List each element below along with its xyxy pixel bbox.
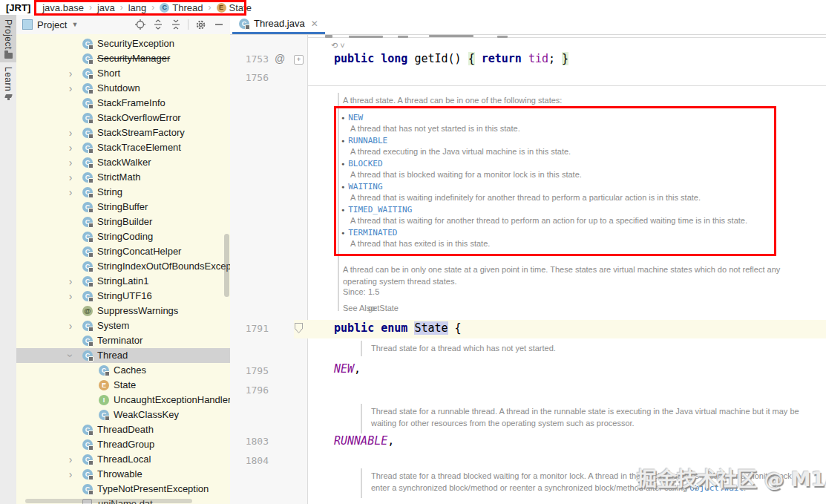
tab-label: Thread.java <box>254 18 305 29</box>
tree-item-SecurityManager[interactable]: CSecurityManager <box>16 51 230 66</box>
chevron-right-icon[interactable]: › <box>65 81 76 96</box>
class-icon: C <box>82 98 93 108</box>
tree-item-StringCoding[interactable]: CStringCoding <box>16 229 230 244</box>
tree-item-StringIndexOutOfBoundsExcep[interactable]: CStringIndexOutOfBoundsExcep <box>16 259 230 274</box>
tree-item-ThreadGroup[interactable]: CThreadGroup <box>16 437 230 452</box>
tree-item-StackFrameInfo[interactable]: CStackFrameInfo <box>16 96 230 111</box>
tree-item-ThreadDeath[interactable]: CThreadDeath <box>16 422 230 437</box>
tree-item-label: StringUTF16 <box>97 289 152 304</box>
javadoc-left-border <box>361 468 362 498</box>
tab-thread-java[interactable]: C Thread.java ✕ <box>232 15 325 34</box>
tree-item-StringBuilder[interactable]: CStringBuilder <box>16 215 230 229</box>
tree-item-Short[interactable]: ›CShort <box>16 66 230 81</box>
expand-all-icon[interactable] <box>152 19 163 30</box>
code-token: RUNNABLE <box>334 434 387 448</box>
breadcrumb-item-Thread[interactable]: CThread <box>160 2 203 13</box>
tree-item-SecurityException[interactable]: CSecurityException <box>16 36 230 51</box>
javadoc-intro: A thread state. A thread can be in one o… <box>343 95 562 107</box>
tree-item-label: Thread <box>97 348 128 363</box>
tree-item-StackTraceElement[interactable]: ›CStackTraceElement <box>16 140 230 155</box>
tree-item-label: StringLatin1 <box>97 274 148 289</box>
line-number: 1756 <box>230 72 269 83</box>
annotation-gutter-icon[interactable]: @ <box>275 53 285 65</box>
chevron-down-icon[interactable]: ▼ <box>71 21 78 28</box>
doc-state-item-NEW: ●NEWA thread that has not yet started is… <box>341 112 747 135</box>
class-icon: C <box>82 469 93 480</box>
doc-link-TIMED_WAITING[interactable]: TIMED_WAITING <box>348 204 412 216</box>
tree-item-Terminator[interactable]: CTerminator <box>16 333 230 348</box>
breadcrumb-item-java[interactable]: java <box>97 2 115 13</box>
hide-icon[interactable] <box>213 19 224 30</box>
code-token: public <box>334 321 381 335</box>
chevron-right-icon[interactable]: › <box>65 467 76 482</box>
tree-item-Shutdown[interactable]: ›CShutdown <box>16 81 230 96</box>
chevron-right-icon[interactable]: › <box>65 66 76 81</box>
tree-item-StackOverflowError[interactable]: CStackOverflowError <box>16 111 230 125</box>
fold-expand-icon[interactable]: + <box>294 55 304 65</box>
class-icon: C <box>82 321 93 331</box>
tree-vertical-scrollbar[interactable] <box>224 234 229 297</box>
breadcrumb-item-State[interactable]: EState <box>217 2 252 13</box>
tree-item-WeakClassKey[interactable]: CWeakClassKey <box>16 408 230 422</box>
doc-link-NEW[interactable]: NEW <box>348 112 363 124</box>
collapse-all-icon[interactable] <box>170 19 181 30</box>
breadcrumb-items: java.base›java›lang›CThread›EState <box>36 1 258 14</box>
tree-item-State[interactable]: EState <box>16 378 230 393</box>
doc-state-desc: A thread that has exited is in this stat… <box>350 238 747 250</box>
javadoc-left-border <box>361 341 362 356</box>
bullet-icon: ● <box>341 135 344 147</box>
chevron-right-icon[interactable]: › <box>65 318 76 333</box>
editor-tab-bar: C Thread.java ✕ <box>230 15 826 35</box>
chevron-right-icon[interactable]: › <box>65 155 76 170</box>
tree-item-StackStreamFactory[interactable]: ›CStackStreamFactory <box>16 125 230 140</box>
doc-link-BLOCKED[interactable]: BLOCKED <box>348 158 382 170</box>
chevron-right-icon[interactable]: › <box>65 140 76 155</box>
code-token: { <box>468 52 475 65</box>
doc-link-WAITING[interactable]: WAITING <box>348 181 382 193</box>
chevron-down-icon[interactable]: › <box>63 350 78 361</box>
chevron-right-icon[interactable]: › <box>65 289 76 304</box>
project-panel-title: Project <box>37 19 67 30</box>
tree-item-StringUTF16[interactable]: ›CStringUTF16 <box>16 289 230 304</box>
rendered-doc-toggle-icon[interactable]: ⟲ ˅ <box>331 41 345 50</box>
chevron-right-icon[interactable]: › <box>65 170 76 185</box>
tree-item-TypeNotPresentException[interactable]: CTypeNotPresentException <box>16 482 230 497</box>
tree-item-SuppressWarnings[interactable]: @SuppressWarnings <box>16 304 230 318</box>
tree-item-UncaughtExceptionHandler[interactable]: IUncaughtExceptionHandler <box>16 393 230 408</box>
doc-link-RUNNABLE[interactable]: RUNNABLE <box>348 135 387 147</box>
chevron-right-icon[interactable]: › <box>65 274 76 289</box>
close-icon[interactable]: ✕ <box>311 19 318 29</box>
code-token: enum <box>381 321 414 335</box>
breadcrumb-item-java.base[interactable]: java.base <box>42 2 84 13</box>
tree-item-Throwable[interactable]: ›CThrowable <box>16 467 230 482</box>
doc-link-TERMINATED[interactable]: TERMINATED <box>348 227 397 239</box>
class-icon: C <box>82 202 93 212</box>
tree-item-label: Short <box>97 66 120 81</box>
see-also-link-getstate[interactable]: getState <box>368 304 399 312</box>
tree-horizontal-scrollbar[interactable] <box>25 499 192 503</box>
breadcrumb-item-lang[interactable]: lang <box>128 2 147 13</box>
class-icon: C <box>99 365 109 376</box>
locate-icon[interactable] <box>134 19 145 30</box>
tree-item-StringLatin1[interactable]: ›CStringLatin1 <box>16 274 230 289</box>
since-value: 1.5 <box>368 287 379 296</box>
chevron-right-icon[interactable]: › <box>65 185 76 200</box>
sidebar-item-learn[interactable]: Learn <box>0 62 16 104</box>
breadcrumb: [JRT] java.base›java›lang›CThread›EState <box>0 0 826 16</box>
tree-item-System[interactable]: ›CSystem <box>16 318 230 333</box>
project-tree: CSecurityExceptionCSecurityManager›CShor… <box>16 34 230 504</box>
chevron-right-icon[interactable]: › <box>65 125 76 140</box>
tree-item-StrictMath[interactable]: ›CStrictMath <box>16 170 230 185</box>
tree-item-label: StackStreamFactory <box>97 125 185 140</box>
tree-item-Thread[interactable]: ›CThread <box>16 348 230 363</box>
tree-item-ThreadLocal[interactable]: ›CThreadLocal <box>16 452 230 467</box>
class-icon: C <box>82 68 93 79</box>
tree-item-StackWalker[interactable]: ›CStackWalker <box>16 155 230 170</box>
sidebar-item-project[interactable]: Project <box>0 15 16 62</box>
tree-item-StringBuffer[interactable]: CStringBuffer <box>16 200 230 215</box>
chevron-right-icon[interactable]: › <box>65 452 76 467</box>
tree-item-StringConcatHelper[interactable]: CStringConcatHelper <box>16 244 230 259</box>
settings-icon[interactable] <box>195 19 206 30</box>
tree-item-String[interactable]: ›CString <box>16 185 230 200</box>
tree-item-Caches[interactable]: CCaches <box>16 363 230 378</box>
